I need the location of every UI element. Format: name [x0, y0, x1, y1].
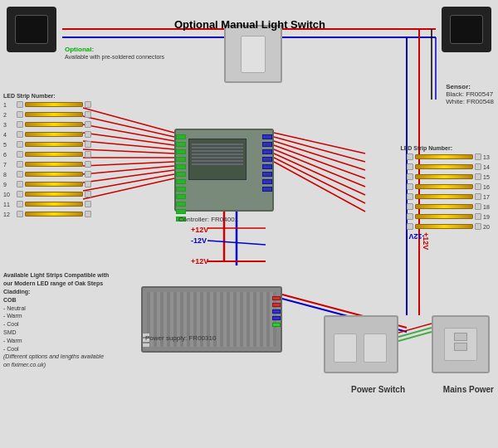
available-strips-text: Available Light Strips Compatible with o… — [3, 271, 111, 369]
svg-line-17 — [274, 145, 365, 178]
svg-line-3 — [83, 116, 174, 137]
list-item: 7 — [3, 161, 91, 168]
controller-label: Controller: FR04001 — [178, 216, 238, 223]
mains-power-label: Mains Power — [443, 385, 494, 394]
svg-line-9 — [83, 162, 174, 166]
manual-switch-button — [241, 36, 266, 73]
svg-line-12 — [83, 174, 174, 191]
list-item: 20 — [407, 223, 495, 230]
svg-line-19 — [274, 153, 365, 195]
list-item: 3 — [3, 121, 91, 128]
list-item: 16 — [407, 183, 495, 190]
top-left-switch-face — [15, 15, 48, 44]
ps-terminals — [272, 296, 281, 327]
list-item: 19 — [407, 213, 495, 220]
top-left-switch — [7, 7, 56, 52]
plus12v-top-label: +12V — [191, 226, 208, 234]
power-switch-buttons — [325, 325, 397, 371]
list-item: 4 — [3, 131, 91, 138]
list-item: 14 — [407, 163, 495, 170]
svg-line-2 — [83, 108, 174, 133]
led-strip-number-left-header: LED Strip Number: — [3, 93, 56, 99]
svg-line-4 — [83, 124, 174, 141]
controller-terminals-left — [176, 134, 186, 222]
list-item: 13 — [407, 153, 495, 160]
list-item: 10 — [3, 191, 91, 197]
controller-terminals-right — [262, 134, 272, 192]
list-item: 8 — [3, 171, 91, 178]
svg-line-18 — [274, 149, 365, 187]
manual-light-switch — [224, 25, 282, 83]
list-item: 11 — [3, 201, 91, 207]
sensor-label: Sensor: Black: FR00547 White: FR00548 — [446, 83, 494, 105]
svg-line-13 — [83, 178, 174, 199]
diagram: Optional: Available with pre-soldered co… — [0, 0, 498, 448]
svg-line-16 — [274, 141, 365, 170]
mains-power-box — [432, 315, 490, 373]
list-item: 18 — [407, 203, 495, 210]
power-switch-label: Power Switch — [351, 385, 405, 394]
svg-line-10 — [83, 166, 174, 174]
svg-line-14 — [274, 133, 365, 153]
plus12v-right-label: +12V — [422, 232, 430, 250]
controller-box — [174, 129, 274, 212]
list-item: 2 — [3, 111, 91, 118]
power-switch-box — [324, 315, 398, 373]
svg-line-21 — [274, 162, 365, 212]
led-strips-right: 13 14 15 16 17 — [407, 153, 495, 230]
svg-line-32 — [208, 241, 266, 245]
minus12v-label: -12V — [191, 236, 207, 245]
plus12v-bottom-label: +12V — [191, 257, 208, 265]
led-strips-left: 1 2 3 4 5 6 — [3, 101, 91, 217]
svg-line-6 — [83, 141, 174, 149]
list-item: 9 — [3, 181, 91, 187]
optional-label: Optional: Available with pre-soldered co… — [65, 46, 164, 61]
list-item: 15 — [407, 173, 495, 180]
list-item: 12 — [3, 211, 91, 217]
svg-line-20 — [274, 158, 365, 203]
svg-line-11 — [83, 170, 174, 183]
top-right-switch — [442, 7, 491, 52]
controller-chip — [188, 139, 247, 180]
list-item: 1 — [3, 101, 91, 108]
manual-switch-title: Optional Manual Light Switch — [174, 18, 325, 32]
top-right-switch-face — [450, 15, 483, 44]
power-supply-label: Power supply: FR00310 — [145, 334, 216, 342]
list-item: 6 — [3, 151, 91, 158]
list-item: 17 — [407, 193, 495, 200]
svg-line-7 — [83, 149, 174, 153]
list-item: 5 — [3, 141, 91, 148]
svg-line-5 — [83, 133, 174, 145]
power-supply — [141, 286, 282, 353]
led-strip-number-right-header: LED Strip Number: — [400, 145, 452, 151]
svg-line-15 — [274, 137, 365, 162]
